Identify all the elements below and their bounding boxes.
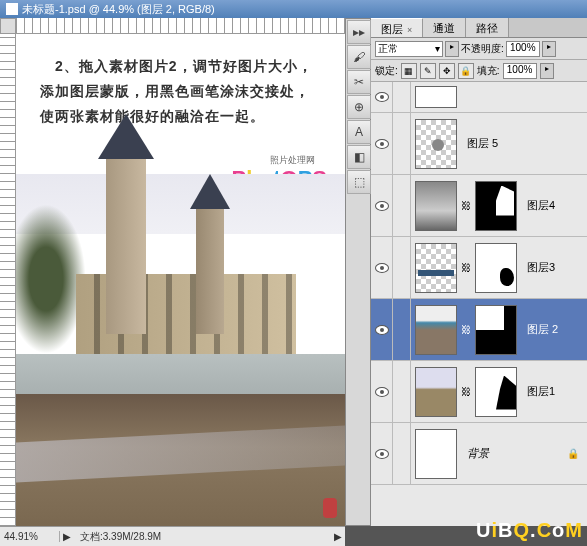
visibility-toggle[interactable]: [371, 237, 393, 298]
document-title-bar: 未标题-1.psd @ 44.9% (图层 2, RGB/8): [0, 0, 587, 18]
opacity-arrow[interactable]: ▸: [542, 41, 556, 57]
layer-thumb[interactable]: [415, 181, 457, 231]
mask-link-icon[interactable]: ⛓: [461, 305, 471, 355]
mask-thumb[interactable]: [475, 243, 517, 293]
panel-tabs: 图层× 通道 路径: [371, 18, 587, 38]
composite-image: [16, 174, 345, 526]
document-area: 2、拖入素材图片2，调节好图片大小，添加图层蒙版，用黑色画笔涂沫交接处，使两张素…: [0, 18, 345, 526]
tool-slice-icon[interactable]: ⊕: [347, 95, 371, 119]
tool-text-icon[interactable]: A: [347, 120, 371, 144]
visibility-toggle[interactable]: [371, 299, 393, 360]
visibility-toggle[interactable]: [371, 175, 393, 236]
layer-name[interactable]: 图层 5: [461, 136, 504, 151]
link-col[interactable]: [393, 113, 411, 174]
ruler-corner[interactable]: [0, 18, 16, 34]
mask-link-icon[interactable]: ⛓: [461, 181, 471, 231]
visibility-toggle[interactable]: [371, 113, 393, 174]
mask-thumb[interactable]: [475, 181, 517, 231]
mask-link-icon[interactable]: ⛓: [461, 243, 471, 293]
blend-mode-select[interactable]: 正常▾: [375, 41, 443, 57]
eye-icon: [375, 139, 389, 149]
visibility-toggle[interactable]: [371, 361, 393, 422]
fill-arrow[interactable]: ▸: [540, 63, 554, 79]
status-bar: 44.91% ▶ 文档:3.39M/28.9M ▶: [0, 526, 345, 546]
tab-layers[interactable]: 图层×: [371, 18, 423, 37]
lock-all-icon[interactable]: 🔒: [458, 63, 474, 79]
watermark: UiBQ.CoM: [476, 519, 583, 542]
tool-arrow-icon[interactable]: ▸▸: [347, 20, 371, 44]
canvas-content: 2、拖入素材图片2，调节好图片大小，添加图层蒙版，用黑色画笔涂沫交接处，使两张素…: [16, 34, 345, 526]
tab-channels[interactable]: 通道: [423, 18, 466, 37]
ruler-horizontal[interactable]: [16, 18, 345, 34]
tab-paths[interactable]: 路径: [466, 18, 509, 37]
link-col[interactable]: [393, 175, 411, 236]
layer-row[interactable]: ⛓ 图层1: [371, 361, 587, 423]
link-col[interactable]: [393, 361, 411, 422]
close-icon[interactable]: ×: [407, 25, 412, 35]
layer-row[interactable]: 背景 🔒: [371, 423, 587, 485]
lock-transparency-icon[interactable]: ▦: [401, 63, 417, 79]
layer-name[interactable]: 图层3: [521, 260, 561, 275]
layer-row[interactable]: ⛓ 图层3: [371, 237, 587, 299]
eye-icon: [375, 201, 389, 211]
mask-thumb[interactable]: [475, 367, 517, 417]
layer-row[interactable]: ⛓ 图层 2: [371, 299, 587, 361]
link-col[interactable]: [393, 82, 411, 112]
zoom-field[interactable]: 44.91%: [0, 531, 60, 542]
opacity-label: 不透明度:: [461, 42, 504, 56]
layer-row[interactable]: ⛓ 图层4: [371, 175, 587, 237]
tool-brush-icon[interactable]: 🖌: [347, 45, 371, 69]
lock-icon: 🔒: [567, 448, 579, 459]
vertical-toolbar: ▸▸ 🖌 ✂ ⊕ A ◧ ⬚: [345, 18, 371, 526]
doc-title: 未标题-1.psd @ 44.9% (图层 2, RGB/8): [22, 2, 215, 17]
mask-thumb[interactable]: [475, 305, 517, 355]
opacity-input[interactable]: 100%: [506, 41, 540, 57]
layer-name[interactable]: 图层 2: [521, 322, 564, 337]
instruction-text: 2、拖入素材图片2，调节好图片大小，添加图层蒙版，用黑色画笔涂沫交接处，使两张素…: [16, 34, 345, 130]
layer-name[interactable]: 图层1: [521, 384, 561, 399]
eye-icon: [375, 387, 389, 397]
lock-row: 锁定: ▦ ✎ ✥ 🔒 填充: 100% ▸: [371, 60, 587, 82]
layer-thumb[interactable]: [415, 367, 457, 417]
blend-row: 正常▾ ▸ 不透明度: 100% ▸: [371, 38, 587, 60]
eye-icon: [375, 92, 389, 102]
lock-label: 锁定:: [375, 64, 398, 78]
layer-thumb[interactable]: [415, 119, 457, 169]
visibility-toggle[interactable]: [371, 82, 393, 112]
layers-list: 图层 5 ⛓ 图层4 ⛓ 图层3: [371, 82, 587, 526]
tool-crop-icon[interactable]: ✂: [347, 70, 371, 94]
link-col[interactable]: [393, 299, 411, 360]
layer-name[interactable]: 背景: [461, 446, 495, 461]
layer-thumb[interactable]: [415, 305, 457, 355]
status-arrow2[interactable]: ▶: [331, 531, 345, 542]
blend-arrow[interactable]: ▸: [445, 41, 459, 57]
link-col[interactable]: [393, 237, 411, 298]
seal-stamp: [323, 498, 337, 518]
layer-row[interactable]: 图层 5: [371, 113, 587, 175]
link-col[interactable]: [393, 423, 411, 484]
chevron-down-icon: ▾: [435, 43, 440, 54]
fill-label: 填充:: [477, 64, 500, 78]
doc-size-info: 文档:3.39M/28.9M: [74, 530, 331, 544]
eye-icon: [375, 325, 389, 335]
status-arrow[interactable]: ▶: [60, 531, 74, 542]
panels-area: 图层× 通道 路径 正常▾ ▸ 不透明度: 100% ▸ 锁定: ▦ ✎ ✥ 🔒…: [371, 18, 587, 526]
doc-icon: [6, 3, 18, 15]
tool-shape-icon[interactable]: ◧: [347, 145, 371, 169]
layer-thumb[interactable]: [415, 429, 457, 479]
layer-row[interactable]: [371, 82, 587, 113]
layer-thumb[interactable]: [415, 243, 457, 293]
lock-position-icon[interactable]: ✥: [439, 63, 455, 79]
tool-hand-icon[interactable]: ⬚: [347, 170, 371, 194]
visibility-toggle[interactable]: [371, 423, 393, 484]
eye-icon: [375, 263, 389, 273]
lock-pixels-icon[interactable]: ✎: [420, 63, 436, 79]
fill-input[interactable]: 100%: [503, 63, 537, 79]
eye-icon: [375, 449, 389, 459]
canvas[interactable]: 2、拖入素材图片2，调节好图片大小，添加图层蒙版，用黑色画笔涂沫交接处，使两张素…: [16, 34, 345, 526]
layer-name[interactable]: 图层4: [521, 198, 561, 213]
ruler-vertical[interactable]: [0, 34, 16, 526]
layer-thumb[interactable]: [415, 86, 457, 108]
mask-link-icon[interactable]: ⛓: [461, 367, 471, 417]
